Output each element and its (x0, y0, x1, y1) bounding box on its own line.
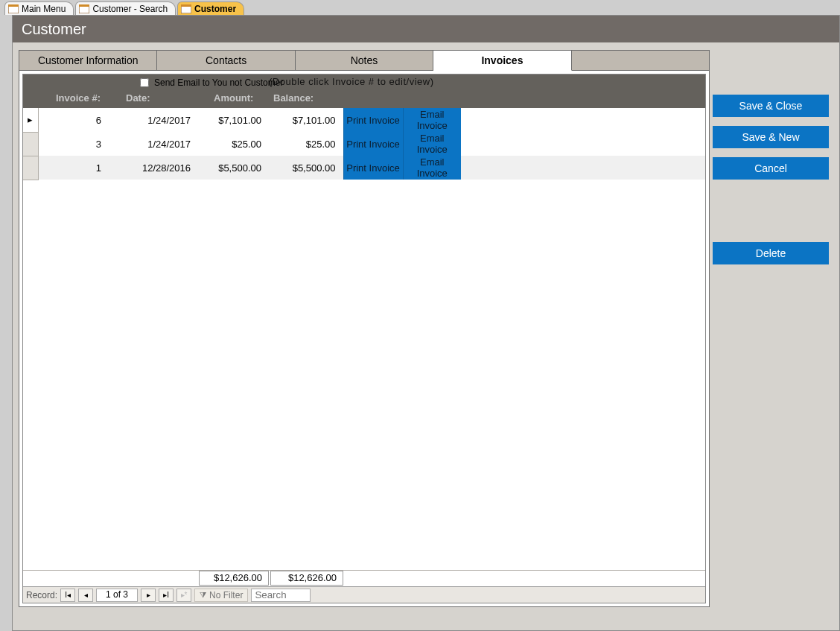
email-invoice-button[interactable]: Email Invoice (403, 132, 461, 156)
invoice-rows: ▸ 6 1/24/2017 $7,101.00 $7,101.00 Print … (23, 108, 705, 570)
nav-new-button[interactable]: ▸* (176, 589, 191, 602)
wintab-customer[interactable]: Customer (177, 1, 244, 15)
wintab-label: Customer - Search (92, 4, 168, 14)
table-row[interactable]: 3 1/24/2017 $25.00 $25.00 Print Invoice … (23, 132, 705, 156)
tab-notes[interactable]: Notes (296, 50, 433, 70)
row-selector[interactable] (23, 156, 38, 180)
tab-invoices[interactable]: Invoices (433, 50, 571, 71)
record-position[interactable]: 1 of 3 (96, 589, 138, 602)
form-icon (79, 4, 89, 13)
tab-body: Send Email to You not Customer (Double c… (19, 71, 710, 607)
form-tabstrip: Customer Information Contacts Notes Invo… (19, 50, 710, 71)
tab-customer-information[interactable]: Customer Information (19, 50, 157, 70)
print-invoice-button[interactable]: Print Invoice (343, 156, 403, 180)
cell-date: 1/24/2017 (109, 132, 198, 156)
table-row[interactable]: 1 12/28/2016 $5,500.00 $5,500.00 Print I… (23, 156, 705, 180)
form-titlebar: Customer (13, 16, 839, 42)
wintab-label: Customer (194, 4, 236, 14)
nav-first-button[interactable]: I◂ (60, 589, 75, 602)
wintab-label: Main Menu (22, 4, 66, 14)
cell-balance: $5,500.00 (269, 156, 343, 180)
cell-balance: $25.00 (269, 132, 343, 156)
invoice-subform: Send Email to You not Customer (Double c… (22, 74, 706, 603)
delete-button[interactable]: Delete (713, 242, 829, 264)
wintab-customer-search[interactable]: Customer - Search (75, 1, 176, 15)
email-invoice-button[interactable]: Email Invoice (403, 156, 461, 180)
record-label: Record: (26, 590, 57, 600)
col-date: Date: (126, 92, 150, 104)
svg-rect-1 (8, 4, 19, 7)
nav-next-button[interactable]: ▸ (141, 589, 156, 602)
action-panel: Save & Close Save & New Cancel Delete (713, 42, 839, 630)
col-invoice: Invoice #: (56, 92, 101, 104)
subform-header: Send Email to You not Customer (Double c… (23, 74, 705, 108)
cell-invoice: 1 (38, 156, 109, 180)
edit-hint: (Double click Invoice # to edit/view) (269, 76, 434, 87)
cancel-button[interactable]: Cancel (713, 157, 829, 180)
cell-amount: $7,101.00 (198, 108, 269, 132)
total-amount: $12,626.00 (199, 571, 269, 586)
total-balance: $12,626.00 (270, 571, 343, 586)
svg-rect-5 (181, 4, 191, 7)
totals-row: $12,626.00 $12,626.00 (23, 570, 705, 586)
form-frame: Customer Customer Information Contacts N… (12, 15, 840, 631)
tab-filler (572, 50, 710, 70)
record-search-input[interactable] (251, 589, 311, 602)
cell-amount: $5,500.00 (198, 156, 269, 180)
row-selector[interactable] (23, 132, 38, 156)
form-icon (181, 4, 191, 13)
cell-date: 1/24/2017 (109, 108, 198, 132)
tab-contacts[interactable]: Contacts (157, 50, 295, 70)
send-email-you-label: Send Email to You not Customer (154, 77, 283, 88)
nav-last-button[interactable]: ▸I (159, 589, 174, 602)
window-tabstrip: Main Menu Customer - Search Customer (0, 0, 840, 15)
record-navigator: Record: I◂ ◂ 1 of 3 ▸ ▸I ▸* ⧩ No Filter (23, 586, 705, 603)
cell-date: 12/28/2016 (109, 156, 198, 180)
print-invoice-button[interactable]: Print Invoice (343, 108, 403, 132)
svg-rect-3 (79, 4, 89, 7)
funnel-icon: ⧩ (200, 590, 206, 600)
page-title: Customer (22, 21, 86, 38)
save-close-button[interactable]: Save & Close (713, 95, 829, 117)
email-invoice-button[interactable]: Email Invoice (403, 108, 461, 132)
row-selector-icon[interactable]: ▸ (23, 108, 38, 132)
cell-invoice: 3 (38, 132, 109, 156)
cell-balance: $7,101.00 (269, 108, 343, 132)
print-invoice-button[interactable]: Print Invoice (343, 132, 403, 156)
col-balance: Balance: (273, 92, 314, 104)
form-icon (8, 4, 19, 13)
filter-toggle[interactable]: ⧩ No Filter (194, 589, 248, 602)
cell-amount: $25.00 (198, 132, 269, 156)
nav-prev-button[interactable]: ◂ (78, 589, 93, 602)
wintab-main-menu[interactable]: Main Menu (4, 1, 74, 15)
table-row[interactable]: ▸ 6 1/24/2017 $7,101.00 $7,101.00 Print … (23, 108, 705, 132)
send-email-you-checkbox[interactable] (140, 78, 149, 87)
cell-invoice: 6 (38, 108, 109, 132)
col-amount: Amount: (214, 92, 253, 104)
save-new-button[interactable]: Save & New (713, 126, 829, 148)
